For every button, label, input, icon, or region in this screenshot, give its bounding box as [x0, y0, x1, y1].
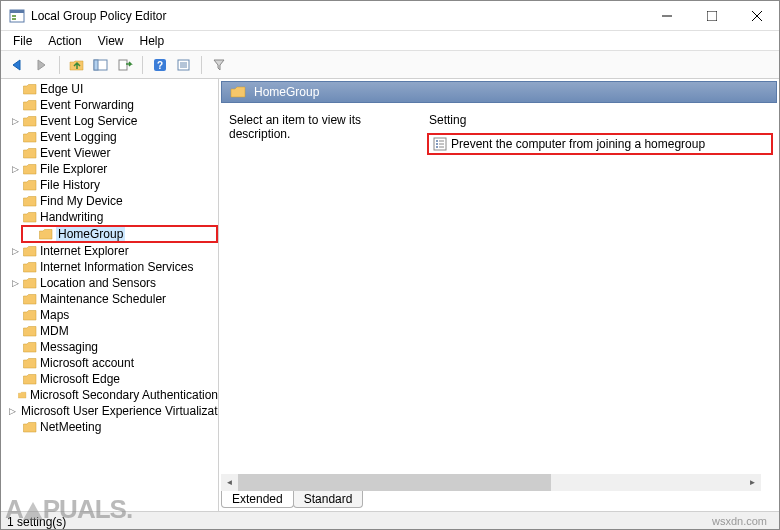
tree-item-label: Location and Sensors [40, 276, 156, 290]
description-prompt: Select an item to view its description. [229, 113, 361, 141]
svg-rect-2 [12, 15, 16, 17]
tree-item-file-history[interactable]: File History [1, 177, 218, 193]
tree-item-file-explorer[interactable]: ▷File Explorer [1, 161, 218, 177]
tree-item-maintenance-scheduler[interactable]: Maintenance Scheduler [1, 291, 218, 307]
tree-item-label: File Explorer [40, 162, 107, 176]
app-icon [9, 8, 25, 24]
menu-action[interactable]: Action [40, 32, 89, 50]
tree-item-handwriting[interactable]: Handwriting [1, 209, 218, 225]
minimize-icon [662, 11, 672, 21]
horizontal-scrollbar[interactable]: ◄ ► [221, 474, 761, 491]
expander-icon[interactable]: ▷ [9, 246, 21, 256]
svg-text:?: ? [157, 60, 163, 71]
back-button[interactable] [7, 54, 29, 76]
tree-item-microsoft-user-experience-virtualization[interactable]: ▷Microsoft User Experience Virtualizatio… [1, 403, 218, 419]
toolbar-separator [59, 56, 60, 74]
tree-item-label: Maintenance Scheduler [40, 292, 166, 306]
toolbar-separator [201, 56, 202, 74]
tab-extended[interactable]: Extended [221, 491, 294, 508]
tab-standard[interactable]: Standard [293, 491, 364, 508]
help-button[interactable]: ? [149, 54, 171, 76]
setting-item[interactable]: Prevent the computer from joining a home… [427, 133, 773, 155]
up-folder-icon [69, 58, 85, 72]
tree-item-label: Internet Information Services [40, 260, 193, 274]
menu-view[interactable]: View [90, 32, 132, 50]
close-icon [752, 11, 762, 21]
tree-item-maps[interactable]: Maps [1, 307, 218, 323]
tree-item-label: Maps [40, 308, 69, 322]
tree-item-label: Event Log Service [40, 114, 137, 128]
svg-point-22 [436, 146, 438, 148]
filter-button[interactable] [208, 54, 230, 76]
svg-rect-10 [119, 60, 127, 70]
tree-item-event-forwarding[interactable]: Event Forwarding [1, 97, 218, 113]
filter-icon [212, 58, 226, 72]
properties-icon [176, 58, 192, 72]
menu-file[interactable]: File [5, 32, 40, 50]
titlebar: Local Group Policy Editor [1, 1, 779, 31]
details-panel: HomeGroup Select an item to view its des… [219, 79, 779, 511]
forward-button[interactable] [31, 54, 53, 76]
back-arrow-icon [10, 58, 26, 72]
watermark-logo: APUALS. [1, 494, 132, 525]
show-hide-tree-icon [93, 58, 109, 72]
folder-header-title: HomeGroup [254, 85, 319, 99]
tree-item-location-and-sensors[interactable]: ▷Location and Sensors [1, 275, 218, 291]
show-hide-tree-button[interactable] [90, 54, 112, 76]
tree-item-edge-ui[interactable]: Edge UI [1, 81, 218, 97]
tree-item-microsoft-edge[interactable]: Microsoft Edge [1, 371, 218, 387]
maximize-icon [707, 11, 717, 21]
content-area: Select an item to view its description. … [219, 105, 779, 511]
export-button[interactable] [114, 54, 136, 76]
tree-item-label: Microsoft User Experience Virtualization [21, 404, 219, 418]
tree-item-label: Microsoft Secondary Authentication [30, 388, 218, 402]
maximize-button[interactable] [689, 1, 734, 31]
tree-item-microsoft-account[interactable]: Microsoft account [1, 355, 218, 371]
tree-item-messaging[interactable]: Messaging [1, 339, 218, 355]
scroll-right-button[interactable]: ► [744, 474, 761, 491]
tree-item-internet-explorer[interactable]: ▷Internet Explorer [1, 243, 218, 259]
tree-item-mdm[interactable]: MDM [1, 323, 218, 339]
scroll-thumb[interactable] [238, 474, 551, 491]
up-button[interactable] [66, 54, 88, 76]
forward-arrow-icon [34, 58, 50, 72]
tree-item-label: Event Forwarding [40, 98, 134, 112]
svg-rect-9 [94, 60, 98, 70]
tree-item-label: Edge UI [40, 82, 83, 96]
tree-item-find-my-device[interactable]: Find My Device [1, 193, 218, 209]
minimize-button[interactable] [644, 1, 689, 31]
tree-item-label: Handwriting [40, 210, 103, 224]
expander-icon[interactable]: ▷ [9, 164, 21, 174]
tree-item-netmeeting[interactable]: NetMeeting [1, 419, 218, 435]
watermark-site: wsxdn.com [712, 515, 767, 527]
svg-rect-5 [707, 11, 717, 21]
tree-item-event-log-service[interactable]: ▷Event Log Service [1, 113, 218, 129]
description-column: Select an item to view its description. [223, 111, 425, 511]
export-icon [117, 58, 133, 72]
tree-item-microsoft-secondary-authentication[interactable]: Microsoft Secondary Authentication [1, 387, 218, 403]
tree-item-event-viewer[interactable]: Event Viewer [1, 145, 218, 161]
properties-button[interactable] [173, 54, 195, 76]
expander-icon[interactable]: ▷ [9, 116, 21, 126]
svg-point-18 [436, 140, 438, 142]
tree-item-label: Internet Explorer [40, 244, 129, 258]
main-area: Edge UIEvent Forwarding▷Event Log Servic… [1, 79, 779, 511]
menu-help[interactable]: Help [132, 32, 173, 50]
settings-list: Setting Prevent the computer from joinin… [425, 111, 775, 511]
scroll-left-button[interactable]: ◄ [221, 474, 238, 491]
tree-item-event-logging[interactable]: Event Logging [1, 129, 218, 145]
expander-icon[interactable]: ▷ [9, 406, 16, 416]
tree-item-label: NetMeeting [40, 420, 101, 434]
expander-icon[interactable]: ▷ [9, 278, 21, 288]
tree-item-internet-information-services[interactable]: Internet Information Services [1, 259, 218, 275]
column-header-setting[interactable]: Setting [425, 111, 775, 129]
help-icon: ? [153, 58, 167, 72]
menubar: File Action View Help [1, 31, 779, 51]
tree-item-label: HomeGroup [56, 227, 125, 241]
view-tabs: Extended Standard [221, 491, 362, 511]
tree-item-label: Event Viewer [40, 146, 110, 160]
tree-item-homegroup[interactable]: HomeGroup [21, 225, 218, 243]
tree-panel[interactable]: Edge UIEvent Forwarding▷Event Log Servic… [1, 79, 219, 511]
svg-point-20 [436, 143, 438, 145]
close-button[interactable] [734, 1, 779, 31]
